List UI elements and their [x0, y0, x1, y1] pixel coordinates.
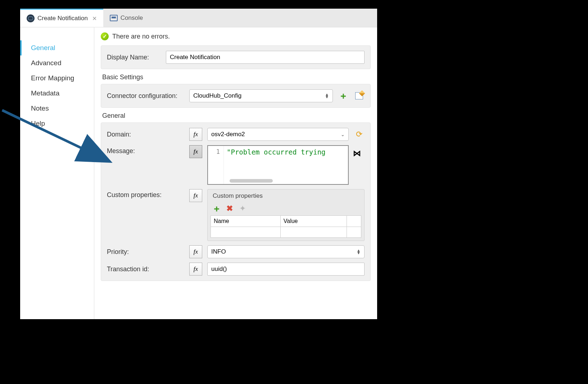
main-panel: ✓ There are no errors. Display Name: Bas… — [94, 27, 377, 319]
edit-config-button[interactable] — [354, 90, 365, 101]
tab-create-notification[interactable]: Create Notification ✕ — [20, 9, 103, 27]
editor-gutter: 1 — [208, 146, 224, 184]
add-property-button[interactable]: ＋ — [211, 203, 222, 214]
domain-label: Domain: — [107, 131, 184, 138]
status-text: There are no errors. — [112, 33, 170, 40]
transaction-id-label: Transaction id: — [107, 265, 184, 273]
fx-toggle-message[interactable]: fx — [189, 145, 202, 158]
console-icon — [110, 15, 118, 21]
sidebar: General Advanced Error Mapping Metadata … — [20, 27, 94, 319]
connector-config-label: Connector configuration: — [107, 92, 184, 100]
fx-toggle-custom-properties[interactable]: fx — [189, 189, 202, 202]
message-code-text: "Problem occurred trying — [224, 146, 348, 184]
table-header-row: Name Value — [211, 216, 361, 227]
basic-settings-panel: Connector configuration: CloudHub_Config… — [101, 84, 371, 108]
select-arrows-icon: ▲▼ — [325, 93, 329, 98]
transaction-id-input[interactable] — [207, 263, 365, 276]
display-name-panel: Display Name: — [101, 45, 371, 69]
basic-settings-title: Basic Settings — [102, 73, 371, 81]
priority-label: Priority: — [107, 248, 184, 256]
config-editor-window: Create Notification ✕ Console General Ad… — [20, 9, 377, 319]
message-code-editor[interactable]: 1 "Problem occurred trying ⋈ — [207, 145, 349, 185]
tab-console[interactable]: Console — [103, 9, 149, 27]
connector-config-value: CloudHub_Config — [193, 92, 241, 99]
message-label: Message: — [107, 145, 184, 155]
tab-label: Create Notification — [37, 15, 88, 22]
tab-label: Console — [121, 14, 143, 22]
plus-icon: ＋ — [339, 90, 348, 102]
add-config-button[interactable]: ＋ — [338, 90, 349, 101]
edit-icon — [355, 92, 363, 99]
custom-properties-panel: Custom properties ＋ ✖ ✦ Name Value — [207, 189, 365, 241]
table-row[interactable] — [211, 227, 361, 238]
sidebar-item-notes[interactable]: Notes — [20, 101, 94, 116]
sidebar-item-error-mapping[interactable]: Error Mapping — [20, 71, 94, 86]
column-value: Value — [280, 216, 347, 227]
domain-value: osv2-demo2 — [211, 131, 245, 138]
priority-select[interactable]: INFO ▲▼ — [207, 245, 365, 258]
custom-properties-table[interactable]: Name Value — [211, 215, 361, 238]
column-name: Name — [211, 216, 281, 227]
content-area: General Advanced Error Mapping Metadata … — [20, 27, 377, 319]
plus-icon: ＋ — [212, 203, 221, 214]
sidebar-item-help[interactable]: Help — [20, 116, 94, 131]
fx-toggle-transaction-id[interactable]: fx — [189, 263, 202, 276]
sidebar-item-general[interactable]: General — [20, 40, 94, 55]
custom-properties-label: Custom properties: — [107, 189, 184, 199]
chevron-down-icon: ⌄ — [341, 132, 345, 137]
check-icon: ✓ — [101, 32, 109, 40]
display-name-label: Display Name: — [107, 54, 161, 61]
horizontal-scrollbar[interactable] — [230, 179, 273, 183]
column-actions — [347, 216, 361, 227]
flow-node-icon — [27, 14, 35, 22]
domain-select[interactable]: osv2-demo2 ⌄ — [207, 128, 349, 141]
tab-bar: Create Notification ✕ Console — [20, 9, 377, 27]
close-icon[interactable]: ✕ — [92, 15, 97, 22]
display-name-input[interactable] — [166, 51, 365, 64]
link-property-button: ✦ — [237, 203, 248, 214]
status-row: ✓ There are no errors. — [101, 32, 371, 40]
x-icon: ✖ — [226, 204, 233, 213]
fx-toggle-domain[interactable]: fx — [189, 128, 202, 141]
custom-properties-panel-title: Custom properties — [213, 192, 361, 200]
custom-properties-toolbar: ＋ ✖ ✦ — [211, 202, 361, 215]
sidebar-item-advanced[interactable]: Advanced — [20, 55, 94, 71]
general-panel: Domain: fx osv2-demo2 ⌄ ⟳ Message: fx 1 … — [101, 122, 371, 281]
remove-property-button[interactable]: ✖ — [224, 203, 235, 214]
connector-config-select[interactable]: CloudHub_Config ▲▼ — [189, 89, 333, 102]
fx-toggle-priority[interactable]: fx — [189, 245, 202, 258]
priority-value: INFO — [211, 248, 226, 255]
sidebar-item-metadata[interactable]: Metadata — [20, 86, 94, 101]
general-section-title: General — [102, 112, 371, 120]
refresh-button[interactable]: ⟳ — [354, 129, 365, 140]
link-icon: ✦ — [239, 204, 246, 213]
select-arrows-icon: ▲▼ — [357, 249, 361, 254]
dataweave-icon[interactable]: ⋈ — [351, 148, 362, 159]
